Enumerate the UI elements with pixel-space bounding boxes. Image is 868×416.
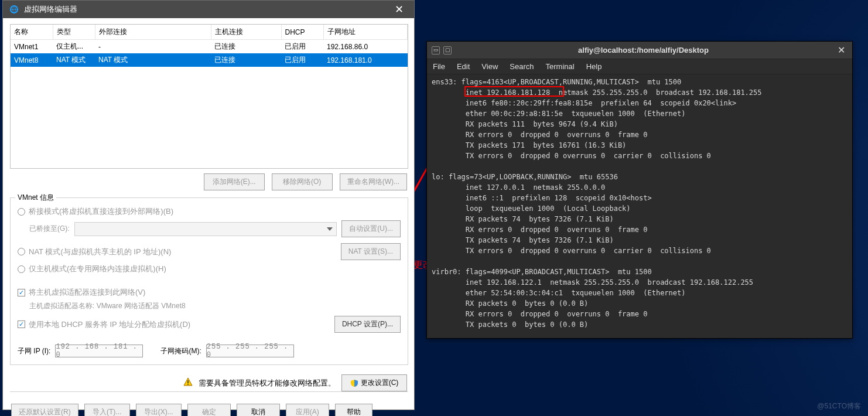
subnet-ip-input[interactable]: 192 . 168 . 181 . 0 xyxy=(55,345,143,357)
close-icon[interactable]: ✕ xyxy=(390,1,408,18)
group-legend: VMnet 信息 xyxy=(15,193,56,203)
host-adapter-name: 主机虚拟适配器名称: VMware 网络适配器 VMnet8 xyxy=(18,301,401,311)
vmware-virtual-network-editor-dialog: 虚拟网络编辑器 ✕ 名称 类型 外部连接 主机连接 DHCP 子网地址 xyxy=(2,0,415,410)
bridge-radio[interactable] xyxy=(18,208,25,216)
col-extern[interactable]: 外部连接 xyxy=(95,25,211,40)
connect-host-adapter-label: 将主机虚拟适配器连接到此网络(V) xyxy=(29,287,145,298)
menu-edit[interactable]: Edit xyxy=(451,60,476,73)
use-dhcp-label: 使用本地 DHCP 服务将 IP 地址分配给虚拟机(D) xyxy=(29,319,190,330)
col-dhcp[interactable]: DHCP xyxy=(281,25,323,40)
change-settings-button[interactable]: 更改设置(C) xyxy=(341,374,407,391)
host-only-label: 仅主机模式(在专用网络内连接虚拟机)(H) xyxy=(29,264,166,274)
dialog-titlebar[interactable]: 虚拟网络编辑器 ✕ xyxy=(3,1,414,18)
menu-terminal[interactable]: Terminal xyxy=(540,60,580,73)
connect-host-adapter-checkbox[interactable] xyxy=(18,289,25,296)
svg-rect-2 xyxy=(187,384,189,385)
subnet-mask-input[interactable]: 255 . 255 . 255 . 0 xyxy=(206,345,294,357)
warning-text: 需要具备管理员特权才能修改网络配置。 xyxy=(199,378,336,388)
menu-search[interactable]: Search xyxy=(504,60,539,73)
table-row-vmnet8[interactable]: VMnet8 NAT 模式 NAT 模式 已连接 已启用 192.168.181… xyxy=(11,53,408,67)
svg-rect-1 xyxy=(187,380,189,383)
nat-radio[interactable] xyxy=(18,248,25,255)
annotation-box-inet xyxy=(464,86,564,97)
restore-defaults-button[interactable]: 还原默认设置(R) xyxy=(11,404,78,416)
menu-file[interactable]: File xyxy=(427,60,451,73)
terminal-window: ▭ ▢ alfiy@localhost:/home/alfiy/Desktop … xyxy=(426,41,853,339)
subnet-mask-label: 子网掩码(M): xyxy=(160,346,201,356)
terminal-menubar: File Edit View Search Terminal Help xyxy=(427,59,852,74)
menu-view[interactable]: View xyxy=(476,60,504,73)
terminal-titlebar[interactable]: ▭ ▢ alfiy@localhost:/home/alfiy/Desktop … xyxy=(427,42,852,59)
import-button[interactable]: 导入(T)... xyxy=(84,404,130,416)
bridge-target-select[interactable] xyxy=(74,222,337,236)
use-dhcp-checkbox[interactable] xyxy=(18,320,25,328)
app-icon xyxy=(9,4,19,15)
terminal-close-icon[interactable]: ✕ xyxy=(835,45,848,56)
ok-button[interactable]: 确定 xyxy=(187,404,231,416)
terminal-maximize-icon[interactable]: ▢ xyxy=(443,46,452,54)
auto-settings-button[interactable]: 自动设置(U)... xyxy=(341,220,401,237)
export-button[interactable]: 导出(X)... xyxy=(136,404,182,416)
warning-icon xyxy=(183,377,193,388)
nat-label: NAT 模式(与虚拟机共享主机的 IP 地址)(N) xyxy=(29,247,171,257)
rename-network-button[interactable]: 重命名网络(W)... xyxy=(340,173,407,190)
add-network-button[interactable]: 添加网络(E)... xyxy=(204,173,265,190)
apply-button[interactable]: 应用(A) xyxy=(286,404,329,416)
col-name[interactable]: 名称 xyxy=(11,25,53,40)
nat-settings-button[interactable]: NAT 设置(S)... xyxy=(341,243,401,260)
terminal-resize-icon[interactable]: ▭ xyxy=(432,46,440,54)
table-row-vmnet1[interactable]: VMnet1 仅主机... - 已连接 已启用 192.168.86.0 xyxy=(11,40,408,54)
col-host[interactable]: 主机连接 xyxy=(211,25,281,40)
chevron-down-icon xyxy=(327,227,333,231)
bridge-to-label: 已桥接至(G): xyxy=(29,224,70,234)
shield-icon xyxy=(350,379,358,387)
col-subnet[interactable]: 子网地址 xyxy=(323,25,408,40)
terminal-output[interactable]: ens33: flags=4163<UP,BROADCAST,RUNNING,M… xyxy=(427,74,852,338)
dhcp-settings-button[interactable]: DHCP 设置(P)... xyxy=(334,316,401,333)
menu-help[interactable]: Help xyxy=(580,60,608,73)
networks-table[interactable]: 名称 类型 外部连接 主机连接 DHCP 子网地址 VMnet1 仅主机... … xyxy=(10,24,408,169)
terminal-title: alfiy@localhost:/home/alfiy/Desktop xyxy=(452,46,835,54)
dialog-title: 虚拟网络编辑器 xyxy=(24,4,77,15)
help-button[interactable]: 帮助 xyxy=(335,404,373,416)
col-type[interactable]: 类型 xyxy=(53,25,95,40)
host-only-radio[interactable] xyxy=(18,265,25,273)
vmnet-info-group: VMnet 信息 桥接模式(将虚拟机直接连接到外部网络)(B) 已桥接至(G):… xyxy=(10,197,408,365)
watermark: @51CTO博客 xyxy=(817,401,861,411)
bridge-label: 桥接模式(将虚拟机直接连接到外部网络)(B) xyxy=(29,206,173,217)
subnet-ip-label: 子网 IP (I): xyxy=(18,346,50,356)
cancel-button[interactable]: 取消 xyxy=(237,404,280,416)
remove-network-button[interactable]: 移除网络(O) xyxy=(272,173,333,190)
